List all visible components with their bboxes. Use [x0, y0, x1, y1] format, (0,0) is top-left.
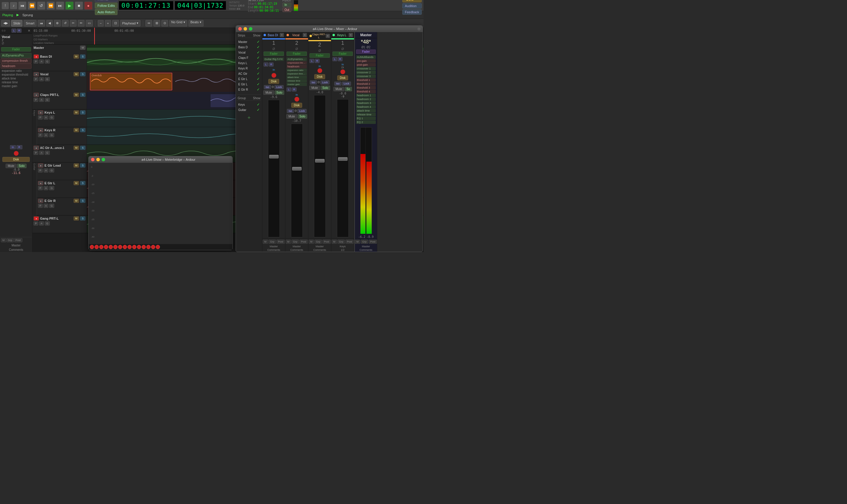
claps-disk-btn[interactable]: Disk [314, 74, 325, 79]
keys-r-rec-btn[interactable]: ● [38, 128, 43, 132]
master-pre-gain[interactable]: pre-gain [356, 59, 376, 63]
claps-g-btn[interactable]: G [45, 98, 50, 102]
meter-trigger-btn[interactable] [99, 245, 103, 249]
vocal-a-btn[interactable]: A [39, 77, 44, 81]
claps-post-btn[interactable]: Post [322, 240, 331, 244]
bass-di-channel-close[interactable]: ✕ [280, 33, 284, 37]
master-threshold2[interactable]: threshold 2 [356, 82, 376, 86]
gang-prt-a-btn[interactable]: A [39, 221, 44, 226]
bass-di-p-btn[interactable]: P [34, 59, 38, 64]
bass-di-post-btn[interactable]: Post [277, 240, 285, 244]
play-btn[interactable]: ▶ [65, 1, 74, 10]
e-gtr-r-g-btn[interactable]: G [49, 204, 54, 208]
vocal-iso-btn[interactable]: Iso [287, 109, 294, 113]
sidebar-close-btn[interactable]: ✕ [28, 29, 30, 33]
bass-di-mute-ch-btn[interactable]: Mute [263, 90, 274, 95]
solo-btn[interactable]: Solo [402, 0, 422, 2]
sidebar-collapse-btn[interactable]: 0.0 [2, 29, 5, 32]
rewind-start-btn[interactable]: ⏮ [18, 1, 27, 10]
e-gtr-lead-solo-btn[interactable]: S [80, 163, 85, 167]
keys-l-mute-ch-btn[interactable]: Mute [333, 87, 344, 91]
keys-l-g-btn[interactable]: G [49, 115, 54, 120]
vocal-p-btn[interactable]: P [34, 77, 38, 81]
sidebar-release-time[interactable]: release time [1, 80, 32, 84]
meter-trigger-btn[interactable] [156, 245, 160, 249]
loop-tool[interactable]: ↺ [62, 20, 69, 26]
in-btn[interactable]: In [10, 145, 16, 149]
add-strip-btn[interactable]: + [237, 115, 261, 121]
bass-di-fader-label[interactable]: Fader [264, 52, 284, 56]
claps-channel-close[interactable]: ✕ [326, 34, 330, 38]
keys-r-p-btn[interactable]: P [38, 133, 43, 137]
strip-item-claps-f[interactable]: Claps F ✓ [237, 55, 261, 60]
master-headroom2[interactable]: headroom 2 [356, 97, 376, 101]
keys-l-channel-close[interactable]: ✕ [349, 33, 353, 37]
claps-mute-btn[interactable]: M [74, 93, 79, 97]
bass-di-solo-ch-btn[interactable]: Solo [275, 90, 284, 95]
master-m-btn[interactable]: M [355, 240, 360, 244]
rewind-btn[interactable]: ⏪ [28, 1, 36, 10]
vocal-master-gain[interactable]: master gain [286, 83, 307, 86]
link-tool[interactable]: ⊙ [161, 20, 168, 26]
sidebar-fader-label[interactable]: Fader [1, 47, 31, 52]
metronome-icon[interactable]: ♪ [10, 2, 17, 9]
smart-tool[interactable]: Smart [23, 20, 36, 26]
meter-trigger-btn[interactable] [113, 245, 118, 249]
vocal-solo-btn[interactable]: S [80, 72, 85, 76]
e-gtr-l-p-btn[interactable]: P [38, 186, 43, 190]
sidebar-m-btn[interactable]: M [1, 238, 6, 242]
claps-fader[interactable] [314, 95, 326, 237]
vocal-audiodynamicspro[interactable]: AUDynamicsPro [286, 57, 307, 61]
master-m-btn[interactable]: M [80, 46, 85, 50]
scissors-tool[interactable]: ✂ [70, 20, 76, 26]
e-gtr-l-solo-btn[interactable]: S [80, 181, 85, 185]
sidebar-plugin-compression-threshold[interactable]: compression thresh [1, 58, 32, 63]
master-crossover3[interactable]: crossover 3 [356, 74, 376, 78]
no-grid-dropdown[interactable]: No Grid ▾ [169, 20, 187, 26]
keys-r-mute-btn[interactable]: M [74, 128, 79, 132]
meterbridge-zoom-btn[interactable] [102, 158, 105, 161]
bass-di-fader[interactable] [268, 100, 280, 237]
keys-l-iso-btn[interactable]: Iso [334, 82, 341, 86]
master-crossover2[interactable]: crossover 2 [356, 71, 376, 74]
vocal-fader-label[interactable]: Fader [286, 52, 307, 56]
strip-item-guitar-group[interactable]: Guitar ✓ [237, 107, 261, 112]
vocal-disk-btn[interactable]: Disk [291, 103, 302, 108]
strip-item-e-gtr-l1[interactable]: E Gtr L ✓ [237, 76, 261, 82]
zoom-in-btn[interactable]: + [105, 20, 111, 26]
vocal-l-btn[interactable]: L [286, 87, 291, 92]
claps-rec-btn[interactable]: ● [34, 93, 39, 97]
master-eq1[interactable]: EQ 1 [356, 116, 376, 120]
claps-r-btn[interactable]: R [315, 59, 320, 63]
keys-l-solo-ch-btn[interactable]: So [345, 87, 352, 91]
master-release-time[interactable]: release time [356, 113, 376, 116]
gang-prt-solo-btn[interactable]: S [80, 216, 85, 220]
sidebar-attack-time[interactable]: attack time [1, 76, 32, 80]
left-panel-toggle[interactable]: ◀▶ [1, 20, 10, 26]
keys-r-solo-btn[interactable]: S [80, 128, 85, 132]
select-tool[interactable]: ▭ [86, 20, 93, 26]
gang-prt-g-btn[interactable]: G [45, 221, 50, 226]
bass-di-guitar-rig[interactable]: Guitar Rig 5 FX [264, 57, 284, 61]
claps-a-btn[interactable]: A [39, 98, 44, 102]
keys-r-g-btn[interactable]: G [49, 133, 54, 137]
sidebar-plugin-headroom[interactable]: headroom [1, 64, 32, 69]
master-fader-label[interactable]: Fader [356, 50, 376, 54]
sidebar-expansion-ratio[interactable]: expansion ratio [1, 69, 32, 73]
e-gtr-lead-p-btn[interactable]: P [38, 168, 43, 173]
meter-trigger-btn[interactable] [118, 245, 122, 249]
vocal-mute-ch-btn[interactable]: Mute [286, 114, 297, 119]
slide-tool[interactable]: Slide [11, 20, 22, 26]
punch-in-btn[interactable]: In [282, 3, 291, 7]
vocal-m-btn[interactable]: M [286, 240, 291, 244]
fast-forward-end-btn[interactable]: ⏭ [56, 1, 64, 10]
e-gtr-r-a-btn[interactable]: A [43, 204, 48, 208]
meter-trigger-btn[interactable] [127, 245, 131, 249]
zoom-out-btn[interactable]: − [98, 20, 104, 26]
grid-tool[interactable]: ⊞ [154, 20, 160, 26]
audition-btn[interactable]: Audition [402, 3, 422, 8]
master-threshold1[interactable]: threshold 1 [356, 78, 376, 82]
lr-right-btn[interactable]: R [17, 29, 21, 33]
meter-trigger-btn[interactable] [151, 245, 155, 249]
strip-item-e-gtr-r[interactable]: E Gtr R ✓ [237, 87, 261, 92]
